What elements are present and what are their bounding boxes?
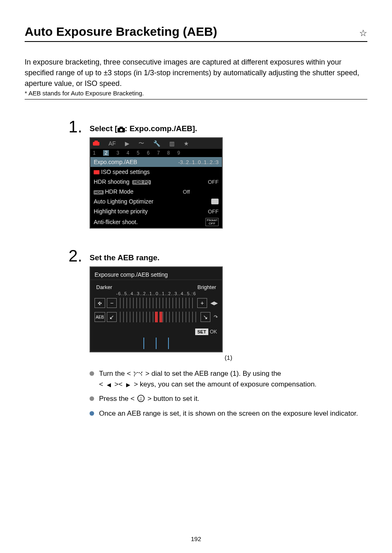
- intro-paragraph: In exposure bracketing, three consecutiv…: [25, 57, 367, 89]
- bullet-2-text: Press the < QSET > button to set it.: [99, 393, 199, 404]
- flicker-off-icon: Flicker! OFF: [205, 218, 219, 226]
- playback-tab-icon: ▶: [125, 140, 129, 147]
- page-number: 192: [0, 535, 392, 542]
- network-tab-icon: 〜: [138, 140, 144, 147]
- exp-comp-slider: [120, 298, 194, 308]
- dial-curve-icon: ↷: [214, 314, 218, 320]
- menu-row-expo-comp: Expo.comp./AEB -3..2..1..0..1..2.:3: [90, 157, 222, 167]
- left-arrow-icon: [106, 383, 112, 388]
- step-1-heading: Select [ : Expo.comp./AEB].: [90, 124, 367, 133]
- menu-row-flicker: Anti-flicker shoot. Flicker! OFF: [90, 216, 222, 228]
- svg-rect-3: [93, 142, 99, 146]
- camera-icon: [118, 127, 125, 132]
- set-button-icon: QSET: [137, 395, 145, 402]
- bullet-icon: [90, 411, 94, 416]
- camera-icon: [94, 170, 99, 174]
- menu-row-iso: ISO speed settings: [90, 167, 222, 177]
- left-right-arrows-icon: ◀▶: [210, 300, 218, 306]
- aeb-collapse-icon: ↙: [107, 312, 117, 322]
- svg-rect-1: [120, 127, 123, 128]
- shoot-tab-icon: [93, 140, 99, 147]
- bullet-icon: [90, 396, 94, 401]
- aeb-screen-title: Exposure comp./AEB setting: [90, 270, 222, 280]
- menu-row-hdr-shooting: HDR shooting HDR PQ OFF: [90, 177, 222, 187]
- step-number-2: 2.: [53, 248, 90, 264]
- menu-tab-icons: AF ▶ 〜 🔧 ▥ ★: [90, 138, 222, 149]
- wrench-tab-icon: 🔧: [153, 140, 160, 147]
- aeb-setting-screenshot: Exposure comp./AEB setting Darker Bright…: [90, 266, 223, 352]
- main-dial-icon: [134, 370, 143, 377]
- page-title: Auto Exposure Bracketing (AEB): [25, 25, 217, 39]
- exposure-scale: -6..5..4..3..2..1..0..1..2..3..4..5.:6: [90, 291, 222, 296]
- menu-row-highlight: Highlight tone priority OFF: [90, 206, 222, 216]
- minus-button: −: [107, 298, 117, 308]
- aeb-expand-icon: ↘: [201, 312, 210, 322]
- bullet-1-text: Turn the < > dial to set the AEB range (…: [99, 368, 316, 389]
- right-arrow-icon: [125, 383, 131, 388]
- af-tab-label: AF: [108, 140, 116, 147]
- menu-row-hdr-mode: HDRHDR Mode Off: [90, 187, 222, 197]
- svg-text:SET: SET: [139, 399, 143, 401]
- menu-page-numbers: 1 2 3 4 5 6 7 8 9: [90, 149, 222, 157]
- svg-point-2: [120, 129, 122, 132]
- custom-tab-icon: ▥: [169, 140, 175, 147]
- step-2-heading: Set the AEB range.: [90, 253, 367, 262]
- figure-caption-1: (1): [90, 354, 367, 361]
- divider: [25, 99, 367, 99]
- aeb-range-slider: [120, 312, 197, 322]
- darker-label: Darker: [96, 284, 112, 290]
- set-button: SET: [195, 329, 208, 335]
- svg-marker-5: [107, 383, 111, 387]
- camera-menu-screenshot: AF ▶ 〜 🔧 ▥ ★ 1 2 3 4 5 6 7 8 9: [90, 137, 223, 229]
- aeb-label-icon: AEB: [95, 312, 105, 322]
- range-pointer-lines: [90, 338, 222, 352]
- alo-icon: [211, 199, 219, 204]
- ok-label: OK: [210, 329, 217, 335]
- svg-rect-4: [95, 141, 98, 142]
- favorite-star-icon: ☆: [359, 28, 367, 39]
- bullet-3-text: Once an AEB range is set, it is shown on…: [99, 408, 358, 419]
- brighter-label: Brighter: [197, 284, 216, 290]
- mymenu-tab-icon: ★: [184, 140, 189, 147]
- menu-row-alo: Auto Lighting Optimizer: [90, 197, 222, 206]
- step-number-1: 1.: [53, 118, 90, 135]
- aeb-footnote: * AEB stands for Auto Exposure Bracketin…: [25, 90, 367, 97]
- bullet-icon: [90, 371, 94, 376]
- svg-marker-6: [126, 383, 130, 387]
- plus-button: +: [197, 298, 207, 308]
- exp-comp-icon: ⧾: [95, 298, 105, 308]
